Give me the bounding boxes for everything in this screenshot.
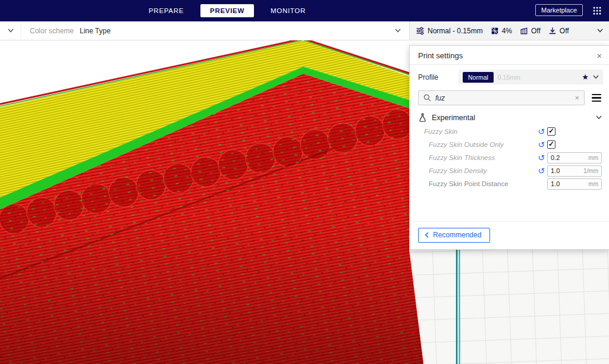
recommended-label: Recommended (433, 231, 481, 239)
fuzzy-skin-thickness-field[interactable]: mm (547, 152, 602, 164)
unit-label: mm (588, 181, 598, 187)
reset-icon[interactable]: ↺ (535, 140, 547, 149)
setting-label: Fuzzy Skin Density (429, 167, 535, 174)
setting-row-fuzzy-skin-point-distance: Fuzzy Skin Point Distance mm (410, 177, 609, 190)
profile-summary-text: Normal - 0.15mm (428, 27, 483, 35)
color-scheme-value: Line Type (80, 27, 111, 35)
reset-icon[interactable]: ↺ (535, 167, 547, 175)
chevron-down-icon (593, 75, 599, 79)
support-state-text: Off (531, 27, 541, 35)
application-grid-icon[interactable] (591, 5, 603, 17)
infill-icon (491, 27, 499, 35)
profile-chip: Normal (463, 72, 494, 83)
setting-row-fuzzy-skin-density: Fuzzy Skin Density ↺ 1/mm (410, 164, 609, 177)
stage-toolbar: Color scheme Line Type Normal - 0.15mm 4… (0, 21, 609, 40)
adhesion-state-text: Off (560, 27, 569, 35)
adhesion-summary: Off (548, 27, 569, 35)
close-icon[interactable]: × (597, 51, 602, 60)
favorite-star-icon[interactable]: ★ (582, 73, 589, 81)
section-label: Experimental (432, 114, 475, 122)
color-scheme-dropdown[interactable]: Color scheme Line Type (21, 21, 409, 40)
setting-row-fuzzy-skin-outside-only: Fuzzy Skin Outside Only ↺ (410, 138, 609, 151)
tab-prepare[interactable]: PREPARE (143, 4, 190, 17)
profile-label: Profile (418, 73, 459, 81)
support-icon (520, 27, 528, 35)
fuzzy-skin-point-distance-input[interactable] (551, 180, 576, 187)
search-input[interactable] (435, 94, 570, 102)
unit-label: 1/mm (583, 168, 598, 174)
print-settings-panel: Print settings × Profile Normal 0.15mm ★… (409, 45, 609, 250)
main-header: PREPARE PREVIEW MONITOR Marketplace (0, 0, 609, 21)
fuzzy-skin-checkbox[interactable] (547, 127, 555, 136)
color-scheme-label: Color scheme (30, 27, 74, 35)
support-summary: Off (520, 27, 541, 35)
tab-preview[interactable]: PREVIEW (200, 4, 254, 17)
setting-row-fuzzy-skin: Fuzzy Skin ↺ (410, 125, 609, 138)
settings-search[interactable]: × (418, 90, 585, 105)
chevron-down-icon (8, 29, 14, 33)
tune-sliders-icon (416, 27, 425, 35)
setting-label: Fuzzy Skin Point Distance (429, 180, 535, 187)
fuzzy-skin-density-input[interactable] (551, 167, 576, 174)
tab-monitor[interactable]: MONITOR (265, 4, 312, 17)
profile-detail: 0.15mm (498, 74, 520, 81)
adhesion-icon (548, 27, 557, 35)
chevron-left-icon (425, 232, 429, 238)
view-options-collapse[interactable] (0, 21, 21, 40)
setting-label: Fuzzy Skin Outside Only (429, 141, 535, 148)
infill-summary: 4% (491, 27, 512, 35)
settings-menu-icon[interactable] (591, 92, 602, 103)
reset-icon[interactable]: ↺ (535, 153, 547, 162)
profile-summary: Normal - 0.15mm (416, 27, 483, 35)
clear-search-icon[interactable]: × (575, 94, 579, 102)
setting-row-fuzzy-skin-thickness: Fuzzy Skin Thickness ↺ mm (410, 151, 609, 164)
print-setup-summary[interactable]: Normal - 0.15mm 4% Off Off (409, 21, 609, 40)
stage-tabs: PREPARE PREVIEW MONITOR (143, 0, 312, 21)
profile-dropdown[interactable]: Normal 0.15mm ★ (459, 70, 603, 84)
fuzzy-skin-point-distance-field[interactable]: mm (547, 178, 602, 190)
setting-label: Fuzzy Skin (424, 128, 535, 135)
fuzzy-skin-thickness-input[interactable] (551, 154, 576, 161)
beaker-icon (418, 113, 427, 122)
setting-label: Fuzzy Skin Thickness (429, 154, 535, 161)
search-icon (423, 94, 431, 102)
reset-icon[interactable]: ↺ (535, 127, 547, 136)
unit-label: mm (588, 155, 598, 161)
recommended-button[interactable]: Recommended (418, 228, 490, 243)
chevron-down-icon (395, 29, 401, 33)
section-experimental[interactable]: Experimental (410, 109, 609, 125)
chevron-down-icon (596, 115, 602, 120)
marketplace-button[interactable]: Marketplace (535, 4, 583, 16)
fuzzy-skin-density-field[interactable]: 1/mm (547, 165, 602, 177)
infill-percent-text: 4% (502, 27, 512, 35)
chevron-down-icon (597, 29, 603, 33)
panel-title: Print settings (418, 51, 463, 60)
fuzzy-skin-outside-only-checkbox[interactable] (547, 140, 555, 149)
